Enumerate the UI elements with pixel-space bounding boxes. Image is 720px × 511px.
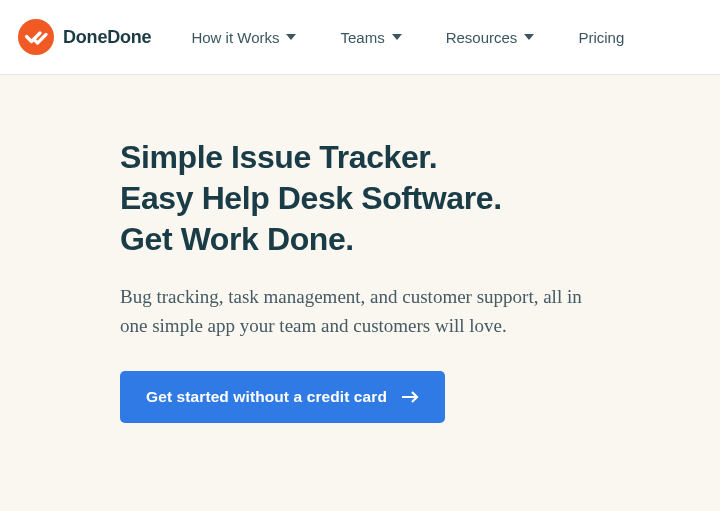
headline-line-2: Easy Help Desk Software. <box>120 178 600 219</box>
chevron-down-icon <box>286 33 296 41</box>
site-header: DoneDone How it Works Teams Resources Pr… <box>0 0 720 75</box>
headline-line-3: Get Work Done. <box>120 219 600 260</box>
brand-logo[interactable]: DoneDone <box>18 19 151 55</box>
hero-subtext: Bug tracking, task management, and custo… <box>120 282 590 341</box>
nav-label: Teams <box>340 29 384 46</box>
cta-label: Get started without a credit card <box>146 388 387 406</box>
arrow-right-icon <box>401 389 419 405</box>
brand-name: DoneDone <box>63 27 151 48</box>
hero-section: Simple Issue Tracker. Easy Help Desk Sof… <box>0 75 720 511</box>
headline-line-1: Simple Issue Tracker. <box>120 137 600 178</box>
nav-pricing[interactable]: Pricing <box>578 29 624 46</box>
main-nav: How it Works Teams Resources Pricing <box>191 29 624 46</box>
nav-label: Resources <box>446 29 518 46</box>
chevron-down-icon <box>392 33 402 41</box>
nav-teams[interactable]: Teams <box>340 29 401 46</box>
nav-how-it-works[interactable]: How it Works <box>191 29 296 46</box>
get-started-button[interactable]: Get started without a credit card <box>120 371 445 423</box>
nav-label: Pricing <box>578 29 624 46</box>
nav-resources[interactable]: Resources <box>446 29 535 46</box>
donedone-logo-icon <box>18 19 54 55</box>
chevron-down-icon <box>524 33 534 41</box>
nav-label: How it Works <box>191 29 279 46</box>
hero-headline: Simple Issue Tracker. Easy Help Desk Sof… <box>120 137 600 260</box>
